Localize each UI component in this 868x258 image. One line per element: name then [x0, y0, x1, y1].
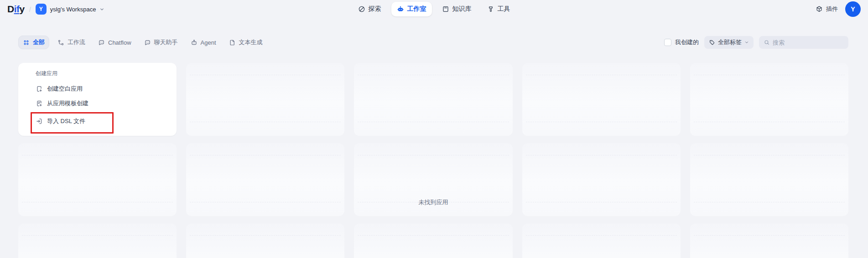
topbar-left: Dify / Y yslg's Workspace — [7, 4, 104, 15]
import-dsl-file-button[interactable]: 导入 DSL 文件 — [32, 114, 169, 129]
nav-item-explore[interactable]: 探索 — [353, 2, 387, 16]
nav-label: 知识库 — [452, 5, 472, 13]
app-card-placeholder — [690, 63, 848, 136]
plugins-cube-icon — [816, 5, 823, 13]
tag-icon — [709, 39, 715, 46]
created-by-me-label: 我创建的 — [675, 38, 699, 46]
plugins-button[interactable]: 插件 — [816, 5, 838, 13]
tab-chat-assistant[interactable]: 聊天助手 — [140, 36, 182, 49]
tab-label: 文本生成 — [239, 38, 263, 46]
workflow-icon — [57, 39, 64, 46]
empty-state-message: 未找到应用 — [0, 198, 867, 206]
nav-label: 探索 — [369, 5, 381, 13]
grid-row-3 — [0, 223, 868, 258]
create-app-title: 创建应用 — [36, 70, 57, 77]
app-card-placeholder — [354, 223, 512, 258]
topbar-right: 插件 Y — [816, 1, 861, 17]
chat-bubble-icon — [144, 39, 151, 46]
tab-chatflow[interactable]: Chatflow — [94, 36, 136, 49]
tab-label: Agent — [201, 39, 216, 46]
search-box[interactable] — [759, 36, 848, 49]
app-type-tabs: 全部 工作流 Chatflow 聊天助手 Agent — [18, 36, 267, 49]
chevron-down-icon[interactable] — [99, 7, 104, 12]
nav-item-knowledge[interactable]: 知识库 — [437, 2, 477, 16]
tag-filter-dropdown[interactable]: 全部标签 — [704, 36, 754, 49]
app-card-placeholder — [522, 223, 681, 258]
app-card-placeholder — [18, 223, 177, 258]
tab-label: Chatflow — [108, 39, 131, 46]
nav-label: 工作室 — [407, 5, 426, 13]
logo-part-y: y — [20, 4, 25, 14]
tab-label: 聊天助手 — [154, 38, 178, 46]
nav-item-tools[interactable]: 工具 — [482, 2, 516, 16]
tab-label: 全部 — [33, 38, 45, 46]
text-document-icon — [229, 39, 236, 46]
tag-filter-label: 全部标签 — [718, 38, 742, 46]
filter-bar: 全部 工作流 Chatflow 聊天助手 Agent — [0, 36, 868, 49]
app-grid-area: 创建应用 创建空白应用 从应用模板创建 导入 DSL 文件 — [0, 63, 868, 258]
create-item-label: 创建空白应用 — [47, 85, 83, 93]
workspace-badge[interactable]: Y — [36, 4, 47, 15]
tab-text-generation[interactable]: 文本生成 — [224, 36, 267, 49]
created-by-me-filter[interactable]: 我创建的 — [664, 38, 699, 46]
nav-item-studio[interactable]: 工作室 — [391, 2, 432, 16]
chat-bubble-icon — [98, 39, 105, 46]
plugins-label: 插件 — [826, 5, 838, 13]
agent-robot-icon — [191, 39, 198, 46]
template-plus-icon — [36, 100, 43, 107]
main-nav: 探索 工作室 知识库 — [353, 2, 516, 16]
create-item-label: 导入 DSL 文件 — [47, 117, 85, 125]
create-app-card: 创建应用 创建空白应用 从应用模板创建 导入 DSL 文件 — [18, 63, 177, 136]
logo-part-if: if — [14, 4, 20, 14]
search-input[interactable] — [773, 39, 844, 46]
app-card-placeholder — [690, 223, 848, 258]
grid-dots-icon — [23, 39, 30, 46]
nav-label: 工具 — [498, 5, 510, 13]
create-item-label: 从应用模板创建 — [47, 99, 88, 108]
tab-workflow[interactable]: 工作流 — [53, 36, 90, 49]
workspace-name[interactable]: yslg's Workspace — [50, 6, 96, 13]
create-blank-app-button[interactable]: 创建空白应用 — [32, 82, 169, 96]
app-card-placeholder — [186, 63, 344, 136]
create-from-template-button[interactable]: 从应用模板创建 — [32, 96, 169, 111]
tab-all[interactable]: 全部 — [18, 36, 49, 49]
filter-right: 我创建的 全部标签 — [664, 36, 848, 49]
app-card-placeholder — [186, 223, 344, 258]
logo-part-d: D — [7, 4, 14, 14]
breadcrumb-separator: / — [29, 5, 31, 13]
tools-icon — [487, 5, 494, 13]
chevron-down-icon — [744, 40, 749, 45]
file-plus-icon — [36, 85, 43, 93]
user-avatar[interactable]: Y — [845, 1, 861, 17]
dify-logo[interactable]: Dify — [7, 4, 25, 15]
tab-agent[interactable]: Agent — [186, 36, 221, 49]
app-card-placeholder — [354, 63, 512, 136]
grid-row-1: 创建应用 创建空白应用 从应用模板创建 导入 DSL 文件 — [0, 63, 868, 136]
search-icon — [764, 39, 770, 46]
app-card-placeholder — [522, 63, 681, 136]
created-by-me-checkbox[interactable] — [664, 39, 671, 46]
explore-icon — [358, 5, 365, 13]
top-bar: Dify / Y yslg's Workspace 探索 — [0, 0, 868, 18]
tab-label: 工作流 — [68, 38, 85, 46]
import-dsl-icon — [36, 118, 43, 125]
studio-robot-icon — [397, 5, 404, 13]
knowledge-book-icon — [442, 5, 449, 13]
